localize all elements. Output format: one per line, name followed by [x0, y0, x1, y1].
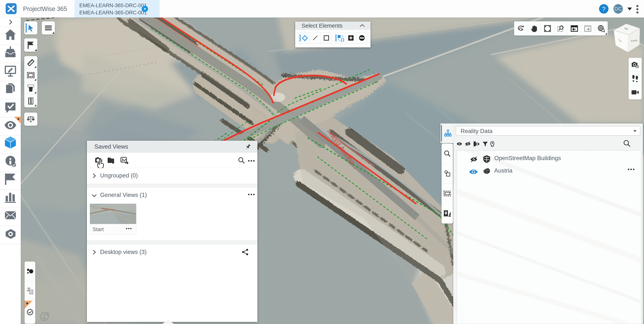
svg-text:js: js — [46, 312, 49, 316]
svg-text:Top: Top — [624, 27, 628, 30]
